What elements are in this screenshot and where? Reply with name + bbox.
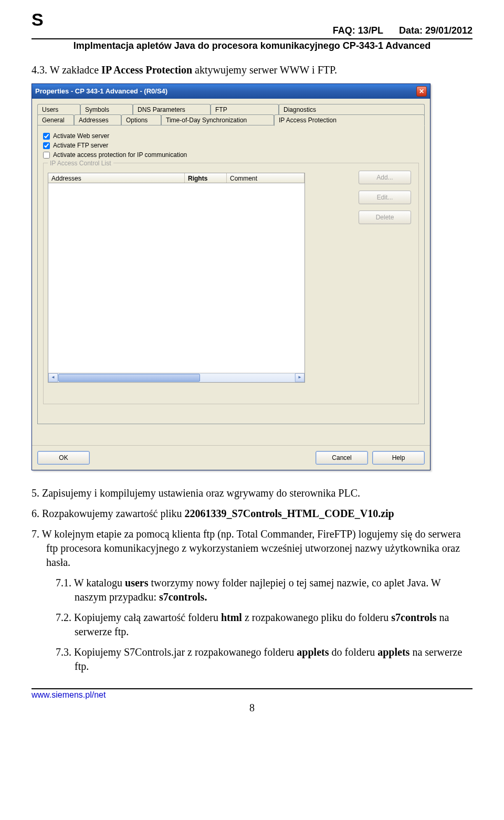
doc-subtitle: Implmentacja apletów Java do procesora k… xyxy=(32,40,472,51)
activate-ip-protection-checkbox[interactable]: Activate access protection for IP commun… xyxy=(43,151,419,159)
para-7-1: 7.1. W katalogu users tworzymy nowy fold… xyxy=(32,576,472,604)
add-button[interactable]: Add... xyxy=(359,171,411,184)
properties-dialog: Properties - CP 343-1 Advanced - (R0/S4)… xyxy=(32,83,430,470)
checkbox-web[interactable] xyxy=(43,133,50,140)
close-icon[interactable]: ✕ xyxy=(416,86,427,97)
checkbox-ipprotect[interactable] xyxy=(43,152,50,159)
checkbox-ftp-label: Activate FTP server xyxy=(53,141,108,150)
date-label: Data: 29/01/2012 xyxy=(399,25,472,36)
tab-diagnostics[interactable]: Diagnostics xyxy=(279,104,425,115)
scroll-track[interactable] xyxy=(58,373,295,382)
edit-button[interactable]: Edit... xyxy=(359,191,411,204)
scroll-right-icon[interactable]: ► xyxy=(295,373,304,382)
scroll-left-icon[interactable]: ◄ xyxy=(48,373,58,382)
faq-label: FAQ: 13/PL xyxy=(333,25,383,36)
dialog-title: Properties - CP 343-1 Advanced - (R0/S4) xyxy=(35,87,416,96)
group-label: IP Access Control List xyxy=(48,159,113,167)
para-7: 7. W kolejnym etapie za pomocą klienta f… xyxy=(32,527,472,570)
ok-button[interactable]: OK xyxy=(37,451,90,465)
tab-symbols[interactable]: Symbols xyxy=(80,104,133,115)
ip-access-control-list-group: IP Access Control List Addresses Rights … xyxy=(43,163,419,404)
col-rights[interactable]: Rights xyxy=(185,173,227,183)
delete-button[interactable]: Delete xyxy=(359,211,411,224)
activate-web-server-checkbox[interactable]: Activate Web server xyxy=(43,132,419,140)
para-4-3: 4.3. W zakładce IP Access Protection akt… xyxy=(32,63,472,77)
dialog-titlebar[interactable]: Properties - CP 343-1 Advanced - (R0/S4)… xyxy=(32,84,430,99)
access-list-header: Addresses Rights Comment xyxy=(48,173,305,183)
divider xyxy=(32,38,472,39)
activate-ftp-server-checkbox[interactable]: Activate FTP server xyxy=(43,141,419,150)
para-7-3: 7.3. Kopiujemy S7Controls.jar z rozpakow… xyxy=(32,645,472,674)
help-button[interactable]: Help xyxy=(372,451,425,465)
checkbox-web-label: Activate Web server xyxy=(53,132,109,140)
tab-panel: Activate Web server Activate FTP server … xyxy=(37,125,425,424)
tab-dns-parameters[interactable]: DNS Parameters xyxy=(133,104,211,115)
col-comment[interactable]: Comment xyxy=(227,173,304,183)
cancel-button[interactable]: Cancel xyxy=(316,451,368,465)
scroll-thumb[interactable] xyxy=(58,374,200,382)
col-addresses[interactable]: Addresses xyxy=(48,173,185,183)
para-5: 5. Zapisujemy i kompilujemy ustawienia o… xyxy=(32,486,472,500)
tab-ftp[interactable]: FTP xyxy=(211,104,279,115)
footer-link[interactable]: www.siemens.pl/net xyxy=(32,690,472,700)
tab-users[interactable]: Users xyxy=(37,104,80,115)
tab-ip-access-protection[interactable]: IP Access Protection xyxy=(274,114,425,126)
para-6: 6. Rozpakowujemy zawartość pliku 2206133… xyxy=(32,507,472,521)
para-7-2: 7.2. Kopiujemy całą zawartość folderu ht… xyxy=(32,611,472,639)
access-list[interactable]: ◄ ► xyxy=(48,183,305,383)
horizontal-scrollbar[interactable]: ◄ ► xyxy=(48,373,304,382)
checkbox-ipprotect-label: Activate access protection for IP commun… xyxy=(53,151,187,159)
page-number: 8 xyxy=(32,702,472,714)
checkbox-ftp[interactable] xyxy=(43,142,50,149)
